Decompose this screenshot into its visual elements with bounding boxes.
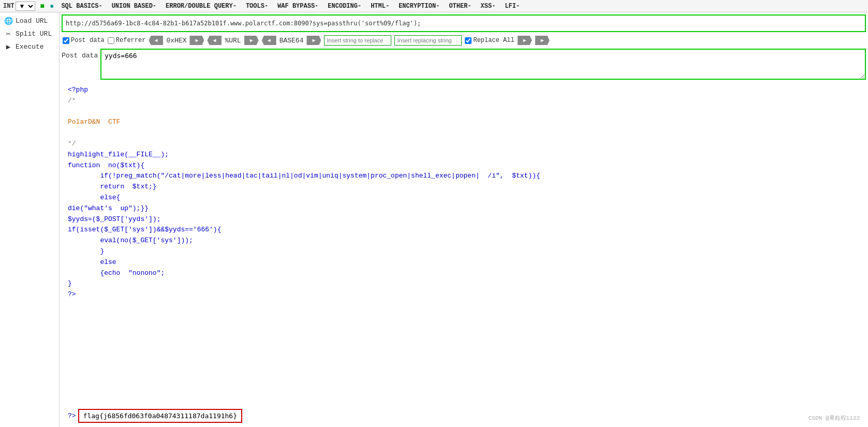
insert-string-input[interactable] — [324, 35, 391, 46]
int-selector[interactable]: INT ▼ — [3, 2, 35, 11]
code-line-20: ?> — [68, 289, 860, 300]
code-line-11: else{ — [68, 193, 860, 203]
menu-tools[interactable]: TOOLS- — [244, 3, 270, 10]
content-area: Post data Referrer ◀ 0xHEX ▶ ◀ %URL ▶ ◀ … — [60, 12, 868, 427]
split-url-icon: ✂ — [4, 30, 12, 38]
sidebar-execute[interactable]: ▶ Execute — [0, 40, 59, 53]
code-line-1: <?php — [68, 85, 860, 96]
post-data-checkbox[interactable] — [63, 37, 69, 44]
referrer-label: Referrer — [116, 37, 146, 44]
replace-right-arrow2[interactable]: ▶ — [535, 36, 550, 45]
code-line-17: else — [68, 257, 860, 268]
code-line-6: */ — [68, 139, 860, 150]
url-right-arrow[interactable]: ▶ — [244, 36, 259, 45]
replace-all-checkbox[interactable] — [465, 37, 472, 44]
menu-xss[interactable]: XSS- — [479, 3, 498, 10]
replacing-string-input[interactable] — [394, 35, 462, 46]
url-label: %URL — [225, 37, 241, 45]
url-bar-container — [62, 14, 866, 32]
replace-all-label: Replace All — [473, 37, 514, 44]
url-input[interactable] — [63, 16, 865, 31]
post-data-checkbox-label[interactable]: Post data — [63, 37, 105, 44]
code-line-8: function no($txt){ — [68, 160, 860, 171]
flag-box: flag{j6856fd063f0a04874311187da1191h6} — [78, 409, 242, 423]
menu-waf-bypass[interactable]: WAF BYPASS- — [275, 3, 320, 10]
code-line-19: } — [68, 278, 860, 289]
post-data-checkbox-text: Post data — [71, 37, 105, 44]
code-line-15: eval(no($_GET['sys'])); — [68, 235, 860, 246]
hex-left-arrow[interactable]: ◀ — [149, 36, 163, 45]
replace-all-checkbox-label[interactable]: Replace All — [465, 37, 514, 44]
menu-other[interactable]: OTHER- — [447, 3, 473, 10]
post-data-label: Post data — [62, 49, 100, 60]
url-left-arrow[interactable]: ◀ — [207, 36, 222, 45]
menu-encryption[interactable]: ENCRYPTION- — [396, 3, 442, 10]
menu-html[interactable]: HTML- — [369, 3, 391, 10]
replace-right-arrow[interactable]: ▶ — [518, 36, 532, 45]
sidebar-split-url[interactable]: ✂ Split URL — [0, 27, 59, 40]
referrer-checkbox[interactable] — [108, 37, 114, 44]
int-dropdown[interactable]: ▼ — [16, 2, 35, 11]
hex-right-arrow[interactable]: ▶ — [189, 36, 204, 45]
code-line-2: /* — [68, 96, 860, 107]
menu-union-based[interactable]: UNION BASED- — [110, 3, 158, 10]
code-line-3 — [68, 107, 860, 117]
code-line-5 — [68, 128, 860, 139]
sidebar-load-url[interactable]: 🌐 Load URL — [0, 14, 59, 27]
code-line-12: die("what's up");}} — [68, 203, 860, 214]
watermark: CSDN @果粒程1122 — [808, 414, 860, 422]
code-line-4: PolarD&N CTF — [68, 117, 860, 128]
toolbar: Post data Referrer ◀ 0xHEX ▶ ◀ %URL ▶ ◀ … — [60, 33, 868, 48]
load-url-label: Load URL — [16, 17, 48, 25]
split-url-label: Split URL — [16, 30, 52, 38]
referrer-checkbox-label[interactable]: Referrer — [108, 37, 146, 44]
sidebar: 🌐 Load URL ✂ Split URL ▶ Execute — [0, 12, 60, 427]
menu-bar: INT ▼ ■ ● SQL BASICS- UNION BASED- ERROR… — [0, 0, 868, 12]
base64-right-arrow[interactable]: ▶ — [306, 36, 321, 45]
green-indicator: ■ — [40, 2, 45, 10]
hex-label: 0xHEX — [166, 37, 186, 45]
post-data-section: Post data yyds=666 — [62, 49, 866, 80]
code-area: <?php /* PolarD&N CTF */ highlight_file(… — [60, 81, 868, 407]
menu-lfi[interactable]: LFI- — [503, 3, 522, 10]
base64-label: BASE64 — [279, 37, 304, 45]
flag-prefix: ?> — [68, 412, 76, 420]
menu-sql-basics[interactable]: SQL BASICS- — [59, 3, 104, 10]
teal-indicator: ● — [50, 2, 54, 10]
int-label: INT — [3, 3, 14, 10]
code-line-7: highlight_file(__FILE__); — [68, 150, 860, 160]
menu-encoding[interactable]: ENCODING- — [326, 3, 363, 10]
code-line-16: } — [68, 246, 860, 257]
load-url-icon: 🌐 — [4, 17, 12, 25]
code-line-9: if(!preg_match("/cat|more|less|head|tac|… — [68, 171, 860, 182]
base64-left-arrow[interactable]: ◀ — [262, 36, 276, 45]
flag-container: ?> flag{j6856fd063f0a04874311187da1191h6… — [60, 407, 868, 427]
execute-label: Execute — [16, 43, 44, 51]
code-line-10: return $txt;} — [68, 182, 860, 193]
menu-error-double[interactable]: ERROR/DOUBLE QUERY- — [164, 3, 239, 10]
code-line-14: if(isset($_GET['sys'])&&$yyds=='666'){ — [68, 225, 860, 235]
code-line-18: {echo "nonono"; — [68, 268, 860, 279]
code-line-13: $yyds=($_POST['yyds']); — [68, 214, 860, 225]
post-data-textarea[interactable]: yyds=666 — [100, 49, 866, 80]
execute-icon: ▶ — [4, 42, 12, 51]
main-layout: 🌐 Load URL ✂ Split URL ▶ Execute Post da… — [0, 12, 868, 427]
